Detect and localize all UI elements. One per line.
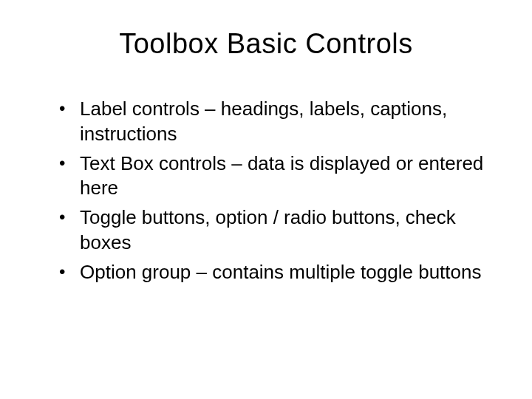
list-item: Toggle buttons, option / radio buttons, … bbox=[59, 205, 488, 256]
bullet-list: Label controls – headings, labels, capti… bbox=[44, 97, 488, 285]
list-item: Option group – contains multiple toggle … bbox=[59, 260, 488, 285]
slide-title: Toolbox Basic Controls bbox=[44, 28, 488, 60]
list-item: Label controls – headings, labels, capti… bbox=[59, 97, 488, 147]
list-item: Text Box controls – data is displayed or… bbox=[59, 151, 488, 202]
